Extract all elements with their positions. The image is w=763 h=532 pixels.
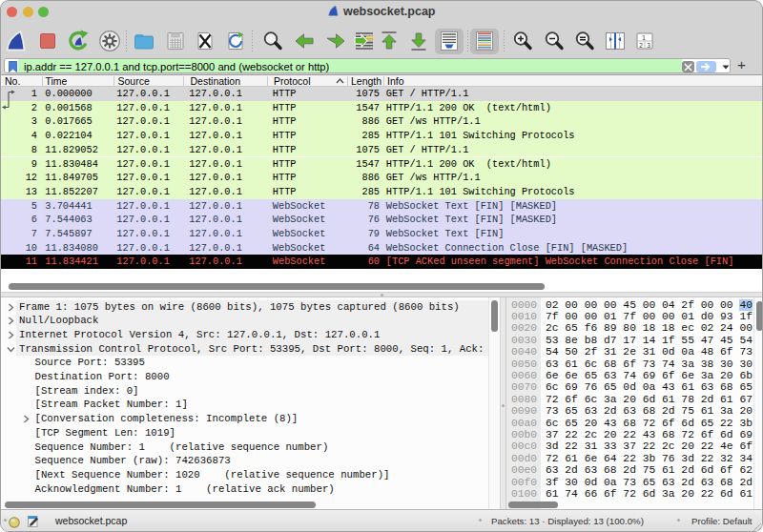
- svg-text:1: 1: [642, 34, 646, 41]
- svg-text:2: 2: [639, 42, 643, 49]
- svg-text:3: 3: [647, 42, 650, 49]
